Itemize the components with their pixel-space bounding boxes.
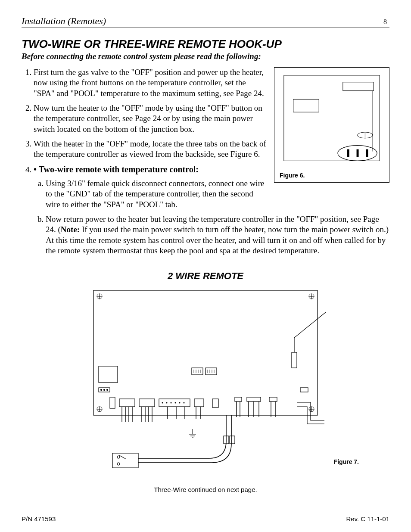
svg-point-36 (101, 389, 102, 391)
svg-rect-74 (300, 388, 308, 392)
svg-rect-0 (284, 75, 380, 161)
svg-rect-71 (235, 397, 242, 401)
svg-point-47 (171, 402, 172, 404)
figure-6-label: Figure 6. (280, 172, 305, 179)
svg-rect-75 (292, 352, 297, 368)
svg-rect-11 (93, 290, 318, 415)
header-page-number: 8 (383, 18, 389, 26)
svg-rect-81 (230, 436, 235, 444)
svg-rect-10 (366, 149, 368, 157)
svg-rect-8 (347, 149, 349, 157)
svg-rect-82 (112, 453, 138, 468)
step-3: With the heater in the "OFF" mode, locat… (34, 139, 266, 160)
step-4b-note-label: Note: (61, 225, 80, 234)
svg-rect-41 (139, 399, 155, 407)
svg-line-85 (119, 455, 126, 459)
svg-rect-43 (194, 399, 204, 407)
page-footer: P/N 471593 Rev. C 11-1-01 (22, 515, 389, 523)
figure-6-diagram (274, 68, 389, 182)
content-area: Figure 6. First turn the gas valve to th… (22, 67, 389, 256)
figure-6: Figure 6. (274, 67, 389, 183)
svg-rect-40 (119, 399, 135, 407)
step-4-heading: • Two-wire remote with temperature contr… (34, 165, 199, 174)
intro-note: Before connecting the remote control sys… (22, 52, 389, 61)
step-4b: Now return power to the heater but leavi… (46, 214, 389, 256)
svg-rect-72 (247, 397, 261, 401)
svg-rect-34 (99, 366, 118, 383)
svg-rect-24 (192, 368, 203, 375)
header-section-title: Installation (Remotes) (22, 16, 106, 27)
step-4a: Using 3/16" female quick disconnect conn… (46, 178, 266, 210)
svg-point-83 (117, 456, 120, 458)
svg-point-49 (179, 402, 181, 404)
step-4b-post: If you used the main power switch to tur… (46, 225, 389, 255)
svg-point-46 (166, 402, 168, 404)
footer-part-number: P/N 471593 (22, 515, 56, 523)
svg-rect-25 (206, 368, 217, 375)
step-1: First turn the gas valve to the "OFF" po… (34, 67, 266, 99)
svg-point-48 (175, 402, 176, 404)
svg-point-37 (104, 389, 105, 391)
svg-rect-9 (357, 149, 359, 157)
page-header: Installation (Remotes) 8 (22, 16, 389, 28)
svg-point-84 (117, 463, 120, 465)
page: Installation (Remotes) 8 TWO-WIRE OR THR… (0, 0, 411, 532)
svg-rect-42 (159, 399, 190, 407)
svg-point-38 (107, 389, 108, 391)
svg-rect-44 (212, 399, 218, 408)
figure-7-title: 2 WIRE REMOTE (22, 271, 389, 282)
svg-rect-1 (343, 82, 374, 91)
svg-rect-73 (269, 397, 277, 401)
svg-rect-2 (293, 99, 319, 112)
figure-7: Figure 7. (68, 286, 343, 471)
svg-point-45 (162, 402, 163, 404)
step-2: Now turn the heater to the "OFF" mode by… (34, 103, 266, 134)
continuation-note: Three-Wire continued on next page. (22, 486, 389, 493)
footer-revision: Rev. C 11-1-01 (346, 515, 389, 523)
figure-7-diagram (68, 286, 343, 471)
figure-7-label: Figure 7. (334, 458, 359, 465)
svg-point-50 (184, 402, 185, 404)
main-heading: TWO-WIRE OR THREE-WIRE REMOTE HOOK-UP (22, 37, 389, 51)
svg-rect-39 (110, 397, 115, 408)
